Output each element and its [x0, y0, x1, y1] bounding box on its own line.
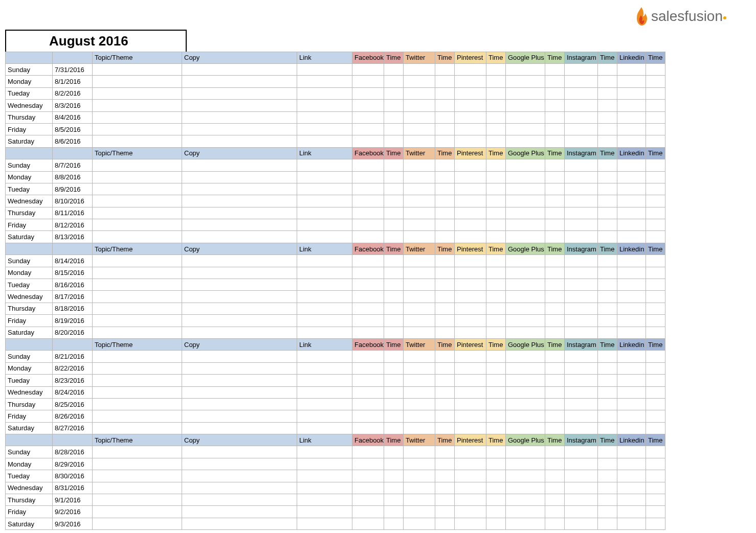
cell-pinterest-time[interactable]	[486, 76, 506, 87]
cell-topic[interactable]	[93, 87, 182, 99]
cell-instagram[interactable]	[565, 506, 598, 518]
cell-twitter[interactable]	[404, 458, 435, 470]
cell-facebook-time[interactable]	[384, 351, 404, 362]
cell-copy[interactable]	[182, 171, 297, 183]
cell-pinterest-time[interactable]	[486, 410, 506, 422]
cell-facebook[interactable]	[352, 446, 384, 458]
cell-link[interactable]	[297, 219, 352, 231]
cell-linkedin[interactable]	[617, 422, 646, 434]
cell-pinterest[interactable]	[455, 76, 486, 87]
cell-linkedin-time[interactable]	[646, 375, 665, 386]
cell-facebook-time[interactable]	[384, 255, 404, 267]
cell-instagram-time[interactable]	[598, 315, 617, 327]
cell-facebook-time[interactable]	[384, 111, 404, 123]
cell-facebook[interactable]	[352, 219, 384, 231]
cell-pinterest-time[interactable]	[486, 506, 506, 518]
cell-twitter-time[interactable]	[435, 195, 455, 207]
cell-pinterest[interactable]	[455, 279, 486, 291]
cell-copy[interactable]	[182, 279, 297, 291]
cell-link[interactable]	[297, 327, 352, 338]
cell-date[interactable]: 8/9/2016	[53, 183, 93, 195]
cell-instagram[interactable]	[565, 482, 598, 494]
header-link[interactable]: Link	[297, 434, 352, 446]
cell-twitter[interactable]	[404, 63, 435, 75]
cell-twitter-time[interactable]	[435, 315, 455, 327]
cell-instagram-time[interactable]	[598, 386, 617, 398]
cell-twitter-time[interactable]	[435, 291, 455, 303]
cell-copy[interactable]	[182, 100, 297, 111]
header-day-blank[interactable]	[6, 338, 53, 350]
header-pinterest[interactable]: Pinterest	[455, 147, 486, 159]
cell-pinterest-time[interactable]	[486, 375, 506, 386]
cell-link[interactable]	[297, 135, 352, 147]
cell-link[interactable]	[297, 315, 352, 327]
cell-twitter-time[interactable]	[435, 231, 455, 243]
cell-topic[interactable]	[93, 159, 182, 171]
cell-link[interactable]	[297, 506, 352, 518]
cell-twitter[interactable]	[404, 123, 435, 135]
cell-google-plus[interactable]	[506, 159, 545, 171]
cell-twitter[interactable]	[404, 351, 435, 362]
cell-linkedin-time[interactable]	[646, 207, 665, 219]
cell-copy[interactable]	[182, 159, 297, 171]
cell-instagram-time[interactable]	[598, 100, 617, 111]
cell-facebook[interactable]	[352, 231, 384, 243]
cell-facebook-time[interactable]	[384, 422, 404, 434]
cell-twitter-time[interactable]	[435, 482, 455, 494]
cell-instagram-time[interactable]	[598, 327, 617, 338]
cell-instagram-time[interactable]	[598, 267, 617, 279]
cell-pinterest-time[interactable]	[486, 267, 506, 279]
header-copy[interactable]: Copy	[182, 147, 297, 159]
cell-pinterest-time[interactable]	[486, 494, 506, 506]
cell-google-plus[interactable]	[506, 375, 545, 386]
cell-day-name[interactable]: Friday	[6, 506, 53, 518]
cell-date[interactable]: 8/7/2016	[53, 159, 93, 171]
cell-topic[interactable]	[93, 135, 182, 147]
cell-google-plus-time[interactable]	[545, 362, 565, 374]
header-google-plus-time[interactable]: Time	[545, 243, 565, 254]
cell-google-plus-time[interactable]	[545, 231, 565, 243]
cell-instagram[interactable]	[565, 207, 598, 219]
cell-facebook-time[interactable]	[384, 159, 404, 171]
cell-copy[interactable]	[182, 207, 297, 219]
cell-facebook[interactable]	[352, 386, 384, 398]
cell-topic[interactable]	[93, 100, 182, 111]
cell-pinterest-time[interactable]	[486, 303, 506, 314]
cell-instagram[interactable]	[565, 458, 598, 470]
cell-facebook[interactable]	[352, 100, 384, 111]
cell-date[interactable]: 8/24/2016	[53, 386, 93, 398]
cell-instagram[interactable]	[565, 255, 598, 267]
cell-instagram-time[interactable]	[598, 255, 617, 267]
cell-twitter-time[interactable]	[435, 458, 455, 470]
cell-linkedin-time[interactable]	[646, 506, 665, 518]
cell-copy[interactable]	[182, 291, 297, 303]
cell-day-name[interactable]: Tueday	[6, 470, 53, 482]
cell-facebook[interactable]	[352, 76, 384, 87]
cell-facebook[interactable]	[352, 291, 384, 303]
header-linkedin-time[interactable]: Time	[646, 338, 665, 350]
cell-google-plus[interactable]	[506, 506, 545, 518]
cell-pinterest-time[interactable]	[486, 291, 506, 303]
cell-linkedin-time[interactable]	[646, 279, 665, 291]
header-link[interactable]: Link	[297, 243, 352, 254]
header-day-blank[interactable]	[6, 52, 53, 63]
cell-date[interactable]: 8/3/2016	[53, 100, 93, 111]
cell-date[interactable]: 8/10/2016	[53, 195, 93, 207]
header-twitter-time[interactable]: Time	[435, 434, 455, 446]
cell-twitter-time[interactable]	[435, 303, 455, 314]
cell-link[interactable]	[297, 100, 352, 111]
cell-topic[interactable]	[93, 291, 182, 303]
cell-linkedin-time[interactable]	[646, 362, 665, 374]
header-day-blank[interactable]	[6, 147, 53, 159]
cell-instagram[interactable]	[565, 219, 598, 231]
cell-google-plus-time[interactable]	[545, 494, 565, 506]
cell-linkedin-time[interactable]	[646, 327, 665, 338]
header-instagram-time[interactable]: Time	[598, 243, 617, 254]
cell-facebook-time[interactable]	[384, 87, 404, 99]
cell-pinterest-time[interactable]	[486, 63, 506, 75]
cell-linkedin[interactable]	[617, 315, 646, 327]
cell-facebook-time[interactable]	[384, 458, 404, 470]
cell-pinterest[interactable]	[455, 63, 486, 75]
cell-google-plus-time[interactable]	[545, 386, 565, 398]
cell-facebook-time[interactable]	[384, 362, 404, 374]
